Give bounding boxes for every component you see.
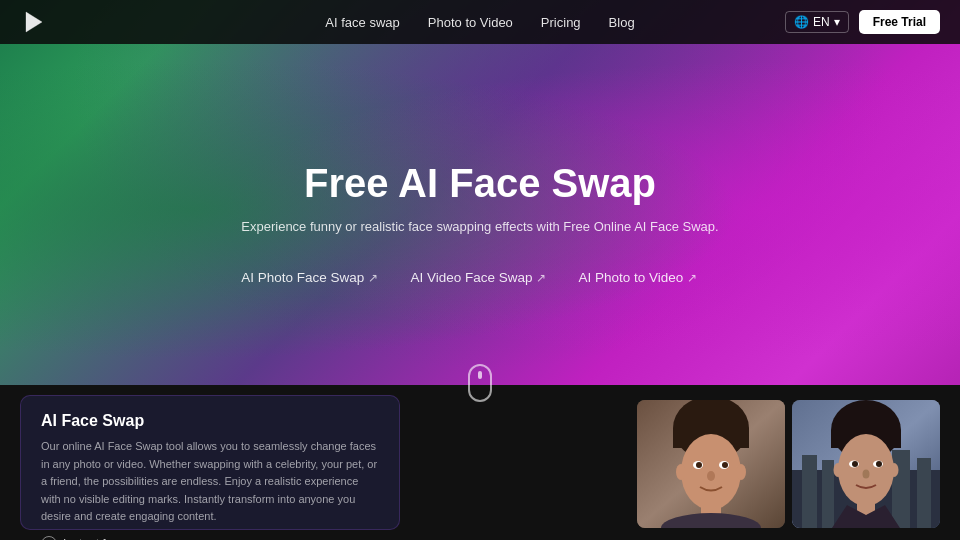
nav-ai-face-swap[interactable]: AI face swap <box>325 15 399 30</box>
instant-face-swap-link[interactable]: ℹ Instant face swap <box>41 536 379 540</box>
hero-subtitle: Experience funny or realistic face swapp… <box>241 219 718 234</box>
hero-links: AI Photo Face Swap ↗ AI Video Face Swap … <box>241 270 718 285</box>
arrow-icon-2: ↗ <box>687 271 697 285</box>
scroll-indicator <box>468 364 492 402</box>
svg-rect-20 <box>917 458 931 528</box>
free-trial-button[interactable]: Free Trial <box>859 10 940 34</box>
hero-content: Free AI Face Swap Experience funny or re… <box>241 159 718 285</box>
preview-image-2 <box>792 400 940 528</box>
hero-link-video-face-swap[interactable]: AI Video Face Swap ↗ <box>410 270 546 285</box>
svg-marker-0 <box>26 12 42 32</box>
logo[interactable] <box>20 8 48 36</box>
svg-point-11 <box>676 464 686 480</box>
arrow-icon-0: ↗ <box>368 271 378 285</box>
nav-photo-to-video[interactable]: Photo to Video <box>428 15 513 30</box>
header-right: 🌐 EN ▾ Free Trial <box>785 10 940 34</box>
svg-rect-19 <box>892 450 910 528</box>
svg-point-26 <box>852 461 858 467</box>
chevron-down-icon: ▾ <box>834 15 840 29</box>
lang-button[interactable]: 🌐 EN ▾ <box>785 11 849 33</box>
nav-blog[interactable]: Blog <box>609 15 635 30</box>
info-icon: ℹ <box>41 536 57 540</box>
svg-point-8 <box>696 462 702 468</box>
card-title: AI Face Swap <box>41 412 379 430</box>
svg-point-10 <box>707 471 715 481</box>
bottom-section: AI Face Swap Our online AI Face Swap too… <box>0 385 960 540</box>
header-nav: AI face swap Photo to Video Pricing Blog <box>325 15 634 30</box>
logo-icon <box>20 8 48 36</box>
header: AI face swap Photo to Video Pricing Blog… <box>0 0 960 44</box>
ai-face-swap-card: AI Face Swap Our online AI Face Swap too… <box>20 395 400 530</box>
hero-link-video-label: AI Video Face Swap <box>410 270 532 285</box>
face-image-1 <box>637 400 785 528</box>
face-image-2 <box>792 400 940 528</box>
image-previews <box>412 385 960 540</box>
hero-title: Free AI Face Swap <box>241 159 718 207</box>
nav-pricing[interactable]: Pricing <box>541 15 581 30</box>
hero-section: Free AI Face Swap Experience funny or re… <box>0 0 960 420</box>
hero-link-photo-face-swap[interactable]: AI Photo Face Swap ↗ <box>241 270 378 285</box>
flag-icon: 🌐 <box>794 15 809 29</box>
scroll-oval <box>468 364 492 402</box>
hero-link-photo-label: AI Photo Face Swap <box>241 270 364 285</box>
preview-image-1 <box>637 400 785 528</box>
svg-rect-17 <box>802 455 817 528</box>
svg-point-12 <box>736 464 746 480</box>
hero-link-ptv-label: AI Photo to Video <box>578 270 683 285</box>
svg-rect-18 <box>822 460 834 528</box>
hero-link-photo-to-video[interactable]: AI Photo to Video ↗ <box>578 270 697 285</box>
scroll-dot <box>478 371 482 379</box>
svg-point-28 <box>863 470 870 479</box>
lang-label: EN <box>813 15 830 29</box>
svg-point-9 <box>722 462 728 468</box>
arrow-icon-1: ↗ <box>536 271 546 285</box>
svg-point-27 <box>876 461 882 467</box>
card-description: Our online AI Face Swap tool allows you … <box>41 438 379 526</box>
svg-point-30 <box>890 463 899 477</box>
svg-point-29 <box>834 463 843 477</box>
